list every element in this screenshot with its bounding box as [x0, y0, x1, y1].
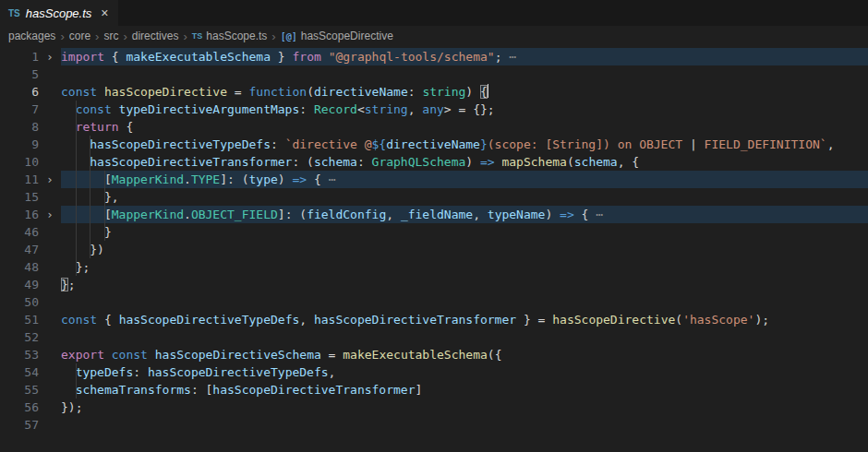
breadcrumb-separator-icon: ›	[123, 30, 127, 43]
breadcrumb-item-core[interactable]: core	[69, 30, 90, 42]
code-token: function	[249, 85, 307, 99]
indent-guide	[76, 171, 77, 188]
folded-region-ellipsis[interactable]: ⋯	[329, 172, 336, 186]
code-token: typeDirectiveArgumentMaps	[119, 102, 300, 116]
code-token: .	[184, 172, 191, 186]
code-line-46[interactable]: 46}	[0, 223, 868, 241]
code-token: ]: (	[220, 172, 248, 186]
code-token: type	[249, 172, 278, 186]
code-token: schema	[314, 155, 357, 169]
code-line-6[interactable]: 6const hasScopeDirective = function(dire…	[0, 83, 868, 101]
code-token: ,	[329, 365, 336, 379]
breadcrumb-item-hasscope-ts[interactable]: TShasScope.ts	[192, 30, 268, 42]
indent-guide	[90, 206, 90, 223]
breadcrumb-item-packages[interactable]: packages	[8, 30, 55, 42]
tab-hasscope[interactable]: TS hasScope.ts ×	[0, 0, 118, 26]
code-line-49[interactable]: 49};	[0, 276, 868, 293]
gutter-spacer	[39, 346, 61, 363]
code-token: ${	[372, 137, 387, 151]
code-token: typeName	[488, 208, 546, 221]
gutter-spacer	[39, 258, 61, 276]
code-token: ,	[827, 137, 835, 151]
code-token: FIELD_DEFINITION`	[697, 137, 827, 151]
code-text: hasScopeDirectiveTypeDefs: `directive @$…	[61, 136, 868, 153]
indent-guide	[104, 188, 105, 206]
code-token: ({	[488, 348, 502, 362]
code-line-15[interactable]: 15},	[0, 188, 868, 206]
code-line-48[interactable]: 48};	[0, 258, 868, 276]
code-text: [MapperKind.TYPE]: (type) => { ⋯	[61, 171, 868, 188]
code-line-8[interactable]: 8return {	[0, 118, 868, 136]
code-line-52[interactable]: 52	[0, 328, 868, 346]
code-text	[61, 65, 868, 83]
code-token: {	[97, 313, 118, 327]
close-icon[interactable]: ×	[101, 6, 108, 19]
line-number: 8	[0, 118, 39, 136]
breadcrumb-item-directives[interactable]: directives	[132, 30, 179, 42]
indent-guide	[104, 206, 105, 223]
fold-chevron-icon[interactable]: ›	[39, 206, 61, 223]
code-token: }	[271, 50, 292, 64]
code-token: directiveName	[386, 137, 480, 151]
line-number: 57	[0, 416, 39, 434]
code-line-10[interactable]: 10hasScopeDirectiveTransformer: (schema:…	[0, 153, 868, 171]
tab-title: hasScope.ts	[26, 6, 92, 20]
code-token: const	[61, 313, 97, 327]
folded-region-ellipsis[interactable]: ⋯	[596, 208, 603, 221]
indent-guide	[76, 101, 77, 118]
code-line-1[interactable]: 1›import { makeExecutableSchema } from "…	[0, 48, 868, 65]
gutter-spacer	[39, 65, 61, 83]
code-token: hasScopeDirectiveTypeDefs	[148, 365, 329, 379]
line-number: 1	[0, 48, 39, 65]
fold-chevron-icon[interactable]: ›	[39, 48, 61, 65]
line-number: 47	[0, 241, 39, 258]
breadcrumb-item-src[interactable]: src	[103, 30, 118, 42]
code-token: };	[76, 260, 90, 274]
code-line-7[interactable]: 7const typeDirectiveArgumentMaps: Record…	[0, 101, 868, 118]
folded-region-ellipsis[interactable]: ⋯	[501, 50, 516, 64]
code-token: hasScopeDirective	[104, 85, 227, 99]
code-token: :	[357, 155, 372, 169]
line-number: 46	[0, 223, 39, 241]
code-token: schema	[574, 155, 618, 169]
code-line-51[interactable]: 51const { hasScopeDirectiveTypeDefs, has…	[0, 311, 868, 328]
code-line-57[interactable]: 57	[0, 416, 868, 434]
code-text: };	[61, 258, 868, 276]
code-line-53[interactable]: 53export const hasScopeDirectiveSchema =…	[0, 346, 868, 363]
code-token: (	[567, 155, 574, 169]
gutter-spacer	[39, 381, 61, 398]
indent-guide	[76, 206, 77, 223]
fold-chevron-icon[interactable]: ›	[39, 171, 61, 188]
code-token: hasScopeDirective	[552, 313, 675, 327]
gutter-spacer	[39, 153, 61, 171]
code-text: });	[61, 398, 868, 416]
code-line-5[interactable]: 5	[0, 65, 868, 83]
code-token: import	[61, 50, 104, 64]
indent-guide	[76, 241, 77, 258]
code-token: : [	[191, 383, 212, 397]
breadcrumb-item-hasscopedirective[interactable]: [@]hasScopeDirective	[281, 30, 393, 42]
code-line-47[interactable]: 47})	[0, 241, 868, 258]
code-editor[interactable]: 1›import { makeExecutableSchema } from "…	[0, 46, 868, 434]
line-number: 49	[0, 276, 39, 293]
code-token: (	[307, 85, 314, 99]
gutter-spacer	[39, 398, 61, 416]
indent-guide	[104, 171, 105, 188]
code-line-11[interactable]: 11›[MapperKind.TYPE]: (type) => { ⋯	[0, 171, 868, 188]
code-token: `directive @	[285, 137, 372, 151]
code-line-55[interactable]: 55schemaTransforms: [hasScopeDirectiveTr…	[0, 381, 868, 398]
indent-guide	[90, 153, 90, 171]
code-line-50[interactable]: 50	[0, 293, 868, 311]
breadcrumb-label: core	[69, 30, 90, 42]
code-token: },	[104, 190, 119, 204]
line-number: 53	[0, 346, 39, 363]
code-token: );	[754, 313, 769, 327]
indent-guide	[76, 223, 77, 241]
code-line-16[interactable]: 16›[MapperKind.OBJECT_FIELD]: (fieldConf…	[0, 206, 868, 223]
indent-guide	[90, 171, 90, 188]
code-line-54[interactable]: 54typeDefs: hasScopeDirectiveTypeDefs,	[0, 363, 868, 381]
code-text: const typeDirectiveArgumentMaps: Record<…	[61, 101, 868, 118]
code-line-56[interactable]: 56});	[0, 398, 868, 416]
code-line-9[interactable]: 9hasScopeDirectiveTypeDefs: `directive @…	[0, 136, 868, 153]
symbol-function-icon: [@]	[281, 31, 297, 42]
